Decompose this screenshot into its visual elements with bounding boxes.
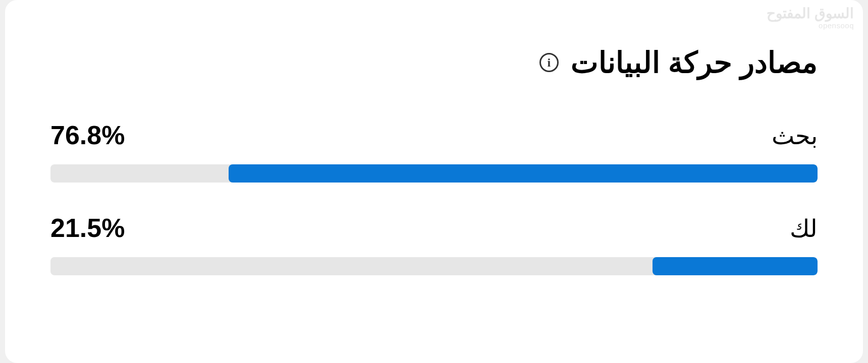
watermark-en: opensooq (767, 22, 854, 30)
percent-value: 21.5% (50, 213, 125, 243)
traffic-row-search: 76.8% بحث (50, 120, 818, 183)
watermark-ar: السوق المفتوح (767, 6, 854, 22)
traffic-sources-card: السوق المفتوح opensooq مصادر حركة البيان… (5, 0, 863, 363)
row-top: 76.8% بحث (50, 120, 818, 150)
header-row: مصادر حركة البيانات i (50, 45, 818, 80)
info-icon[interactable]: i (539, 53, 559, 72)
watermark: السوق المفتوح opensooq (767, 6, 854, 30)
traffic-row-foryou: 21.5% لك (50, 213, 818, 275)
progress-fill (229, 164, 818, 183)
row-label: بحث (772, 122, 818, 150)
row-label: لك (790, 214, 818, 243)
section-title: مصادر حركة البيانات (571, 45, 818, 80)
info-icon-glyph: i (547, 56, 551, 69)
progress-track (50, 164, 818, 183)
row-top: 21.5% لك (50, 213, 818, 243)
percent-value: 76.8% (50, 120, 125, 150)
progress-track (50, 257, 818, 275)
progress-fill (653, 257, 818, 275)
